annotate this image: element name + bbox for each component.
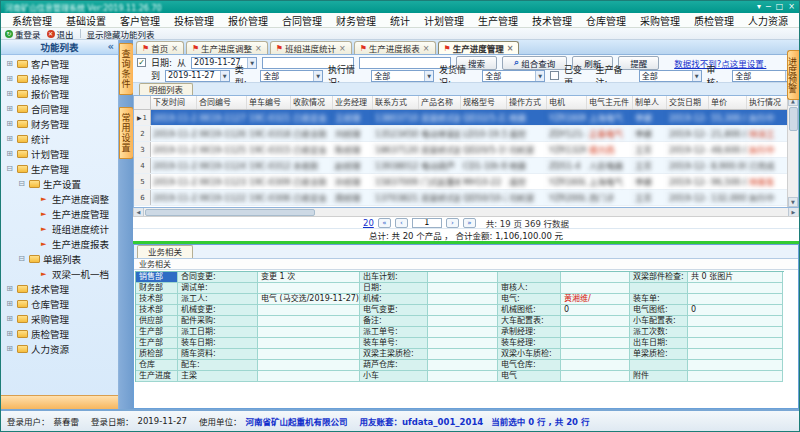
combo-query-button[interactable]: ⌕ 组合查询	[502, 56, 567, 70]
table-header-cell[interactable]: 电气主元件	[587, 96, 633, 109]
detail-row[interactable]: 技术部派工人:电气 (马交迭/2019-11-27)机械:电气:黄湘维/装车单:	[136, 294, 784, 305]
tree-expand-icon[interactable]: ⊞	[5, 149, 14, 158]
menu-item[interactable]: 采购管理	[633, 13, 687, 28]
table-header-cell[interactable]: 规格型号	[461, 96, 507, 109]
tree-expand-icon[interactable]: ⊞	[5, 74, 14, 83]
date-checkbox[interactable]: ✓	[137, 58, 146, 67]
table-row[interactable]: 4 2019-11-26XK19-1124-00219C-0312未收款赵经理1…	[134, 158, 787, 174]
tree-expand-icon[interactable]: ⊟	[17, 254, 26, 263]
last-page-button[interactable]: »	[463, 218, 476, 228]
table-row[interactable]: 2 2019-11-27XK19-1126-01219C-0318已收全款刘经理…	[134, 126, 787, 142]
document-tab[interactable]: ⚑ 班组进度统计 ×	[270, 41, 352, 54]
sidebar-collapse-icon[interactable]: «	[108, 41, 114, 52]
tree-item[interactable]: 班组进度统计	[1, 221, 118, 236]
table-header-cell[interactable]: 单价	[709, 96, 747, 109]
tree-item[interactable]: ⊟ 生产设置	[1, 176, 118, 191]
prev-page-button[interactable]: ‹	[395, 218, 408, 228]
tab-close-icon[interactable]: ×	[339, 44, 346, 53]
tree-expand-icon[interactable]: ⊟	[17, 179, 26, 188]
table-header-cell[interactable]: 单车编号	[247, 96, 291, 109]
maximize-button[interactable]: □	[776, 2, 784, 12]
tree-expand-icon[interactable]: ⊞	[5, 59, 14, 68]
detail-row[interactable]: 仓库配车:葫芦仓库:电气仓库:	[136, 360, 784, 371]
menu-item[interactable]: 财务管理	[329, 13, 383, 28]
tree-expand-icon[interactable]: ⊞	[5, 284, 14, 293]
tree-expand-icon[interactable]: ⊞	[5, 104, 14, 113]
tree-item[interactable]: ⊟ 生产管理	[1, 161, 118, 176]
vertical-scrollbar[interactable]: ▲ ▼	[787, 96, 798, 207]
table-header-cell[interactable]: 下发时间	[151, 96, 197, 109]
toggle-function-list-button[interactable]: 显示隐藏功能列表	[87, 28, 155, 40]
table-header-cell[interactable]: 收款情况	[291, 96, 333, 109]
tab-close-icon[interactable]: ×	[255, 44, 262, 53]
table-header-cell[interactable]: 合同编号	[197, 96, 247, 109]
scroll-left-icon[interactable]: ◀	[134, 208, 144, 216]
tab-close-icon[interactable]: ×	[423, 44, 430, 53]
table-header-cell[interactable]: 业务经理	[333, 96, 373, 109]
horizontal-scrollbar[interactable]: ◀ ▶	[133, 208, 799, 217]
document-tab[interactable]: ⚑ 生产进度管理 ×	[438, 41, 520, 54]
detail-row[interactable]: 质检部随车资料:双梁主梁质检:双梁小车质检:单梁质检:	[136, 349, 784, 360]
tree-item[interactable]: ⊞ 统计	[1, 131, 118, 146]
tree-item[interactable]: ⊞ 报价管理	[1, 86, 118, 101]
first-page-button[interactable]: «	[378, 218, 391, 228]
exit-button[interactable]: ✕ 退出	[47, 28, 74, 40]
table-row[interactable]: 5 2019-11-26XK19-1123-00919C-0309已收全款孙经理…	[134, 174, 787, 190]
tree-expand-icon[interactable]: ⊞	[5, 119, 14, 128]
menu-item[interactable]: 系统管理	[5, 13, 59, 28]
tree-item[interactable]: 双梁一机一档	[1, 266, 118, 281]
keyword-input-2[interactable]	[359, 57, 451, 69]
tree-item[interactable]: ⊞ 计划管理	[1, 146, 118, 161]
tree-item[interactable]: ⊞ 投标管理	[1, 71, 118, 86]
close-button[interactable]: ×	[788, 2, 795, 12]
ship-select[interactable]: 全部 ▼	[482, 70, 545, 82]
menu-item[interactable]: 基础设置	[59, 13, 113, 28]
detail-row[interactable]: 生产进度主梁小车电气附件	[136, 371, 784, 382]
detail-tab[interactable]: 业务相关	[137, 245, 193, 258]
changed-checkbox[interactable]	[550, 71, 559, 80]
tree-item[interactable]: 生产进度报表	[1, 236, 118, 251]
table-row[interactable]: 6 2019-11-25XK19-1122-00419C-0306已收定金周经理…	[134, 190, 787, 206]
detail-row[interactable]: 财务部调试单:日期:审核人:	[136, 283, 784, 294]
table-header-cell[interactable]: 执行情况	[747, 96, 791, 109]
type-select[interactable]: 全部 ▼	[260, 70, 323, 82]
tree-expand-icon[interactable]: ⊞	[5, 89, 14, 98]
menu-item[interactable]: 帮助	[795, 13, 800, 28]
table-row[interactable]: ▶ 1 2019-11-27XK19-1127-00319C-0321已收定金王…	[134, 110, 787, 126]
table-header-cell[interactable]: 联系方式	[373, 96, 419, 109]
table-header-cell[interactable]: 电机	[547, 96, 587, 109]
menu-item[interactable]: 质检管理	[687, 13, 741, 28]
detail-row[interactable]: 销售部合同变更:变更 1 次出车计划:双梁部件检查:共 0 张图片	[136, 272, 784, 283]
tree-item[interactable]: ⊞ 仓库管理	[1, 296, 118, 311]
scroll-down-icon[interactable]: ▼	[788, 197, 798, 207]
document-tab[interactable]: ⚑ 生产进度报表 ×	[354, 41, 436, 54]
tab-close-icon[interactable]: ×	[507, 44, 514, 53]
detail-row[interactable]: 技术部机械变更:电气变更:机械图纸:0电气图纸:0	[136, 305, 784, 316]
table-row[interactable]: 3 2019-11-27XK19-1125-00719C-0315已收定金陈经理…	[134, 142, 787, 158]
document-tab[interactable]: ⚑ 首页 ×	[136, 41, 184, 54]
detail-row[interactable]: 供应部配件采购:备注:大车配置表:小车配置表:	[136, 316, 784, 327]
scrollbar-thumb[interactable]	[789, 107, 798, 131]
menu-item[interactable]: 仓库管理	[579, 13, 633, 28]
tree-item[interactable]: ⊞ 合同管理	[1, 101, 118, 116]
tree-expand-icon[interactable]: ⊞	[5, 134, 14, 143]
tree-item[interactable]: ⊞ 人力资源	[1, 341, 118, 356]
next-page-button[interactable]: ›	[446, 218, 459, 228]
menu-item[interactable]: 技术管理	[525, 13, 579, 28]
page-size-link[interactable]: 20	[363, 218, 374, 228]
tree-item[interactable]: ⊞ 客户管理	[1, 56, 118, 71]
tab-close-icon[interactable]: ×	[171, 44, 178, 53]
tree-item[interactable]: ⊞ 质检管理	[1, 326, 118, 341]
tree-item[interactable]: ⊟ 单据列表	[1, 251, 118, 266]
tree-item[interactable]: 生产进度调整	[1, 191, 118, 206]
relogin-button[interactable]: ↻ 重登录	[5, 28, 41, 40]
table-header-cell[interactable]: 制单人	[633, 96, 667, 109]
tree-expand-icon[interactable]: ⊞	[5, 329, 14, 338]
tree-item[interactable]: ⊞ 财务管理	[1, 116, 118, 131]
menu-item[interactable]: 统计	[383, 13, 417, 28]
detail-row[interactable]: 生产部装车日期:装车单号:装车经理:出车日期:	[136, 338, 784, 349]
tree-expand-icon[interactable]: ⊞	[5, 299, 14, 308]
tree-expand-icon[interactable]: ⊞	[5, 344, 14, 353]
vertical-tab[interactable]: 常用设置	[119, 107, 134, 159]
scroll-right-icon[interactable]: ▶	[788, 208, 798, 216]
